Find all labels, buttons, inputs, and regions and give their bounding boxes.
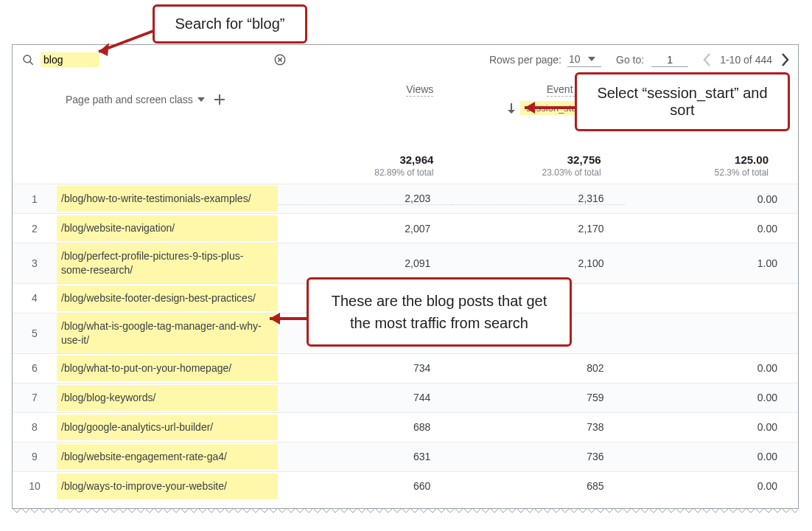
total-col3: 125.00 <box>735 153 769 166</box>
table-row[interactable]: 1 /blog/how-to-write-testimonials-exampl… <box>13 184 798 213</box>
table-row[interactable]: 10 /blog/ways-to-improve-your-website/ 6… <box>13 471 798 501</box>
caret-down-icon <box>588 57 595 61</box>
page-range-label: 1-10 of 444 <box>720 54 772 66</box>
goto-page: Go to: <box>616 53 688 67</box>
page-path: /blog/what-to-put-on-your-homepage/ <box>57 355 278 381</box>
add-dimension-icon[interactable] <box>214 94 225 105</box>
annotation-session-start: Select “session_start” and sort <box>575 72 790 131</box>
page-path: /blog/website-footer-design-best-practic… <box>57 285 278 311</box>
annotation-search: Search for “blog” <box>153 4 307 44</box>
arrow-to-search-icon <box>85 27 156 58</box>
svg-marker-1 <box>99 43 109 56</box>
svg-marker-5 <box>270 313 280 324</box>
rows-per-page-label: Rows per page: <box>489 54 561 66</box>
goto-label: Go to: <box>616 54 644 66</box>
table-row[interactable]: 2 /blog/website-navigation/ 2,007 2,170 … <box>13 213 798 243</box>
total-event-count-pct: 23.03% of total <box>542 167 601 178</box>
goto-input[interactable] <box>651 53 688 67</box>
table-row[interactable]: 7 /blog/blog-keywords/ 744 759 0.00 <box>13 383 798 412</box>
svg-point-6 <box>24 55 31 63</box>
svg-line-7 <box>30 62 33 65</box>
table-row[interactable]: 9 /blog/website-engagement-rate-ga4/ 631… <box>13 442 798 471</box>
page-path: /blog/google-analytics-url-builder/ <box>57 414 278 440</box>
total-event-count: 32,756 <box>567 153 601 166</box>
svg-marker-12 <box>197 97 205 102</box>
metric-col-views: Views <box>287 83 454 115</box>
total-views-pct: 82.89% of total <box>374 167 433 178</box>
dimension-select[interactable]: Page path and screen class <box>66 94 205 105</box>
search-icon[interactable] <box>21 53 35 66</box>
rows-per-page-select[interactable]: 10 <box>567 53 601 67</box>
arrow-to-paths-icon <box>259 310 309 327</box>
arrow-to-event-pill-icon <box>513 97 578 118</box>
total-views: 32,964 <box>399 153 433 166</box>
page-path: /blog/what-is-google-tag-manager-and-why… <box>57 313 278 353</box>
pager: 1-10 of 444 <box>703 53 789 66</box>
prev-page-icon[interactable] <box>703 53 711 66</box>
rows-per-page: Rows per page: 10 <box>489 53 601 67</box>
page-path: /blog/how-to-write-testimonials-examples… <box>57 186 278 212</box>
page-path: /blog/website-engagement-rate-ga4/ <box>57 444 278 470</box>
metric-header-views[interactable]: Views <box>406 83 433 97</box>
clear-search-icon[interactable] <box>273 53 287 66</box>
annotation-blog-posts: These are the blog posts that get the mo… <box>307 277 572 347</box>
svg-marker-3 <box>525 102 535 114</box>
page-path: /blog/ways-to-improve-your-website/ <box>57 473 278 499</box>
svg-marker-11 <box>588 57 595 61</box>
page-path: /blog/website-navigation/ <box>57 215 278 241</box>
next-page-icon[interactable] <box>781 53 789 66</box>
table-row[interactable]: 6 /blog/what-to-put-on-your-homepage/ 73… <box>13 353 798 383</box>
table-row[interactable]: 8 /blog/google-analytics-url-builder/ 68… <box>13 412 798 442</box>
page-path: /blog/blog-keywords/ <box>57 385 278 411</box>
pagination-controls: Rows per page: 10 Go to: 1-10 of 444 <box>489 53 789 67</box>
dimension-header: Page path and screen class <box>21 83 287 115</box>
page-path: /blog/perfect-profile-pictures-9-tips-pl… <box>57 243 278 283</box>
total-col3-pct: 52.3% of total <box>715 167 769 178</box>
torn-edge <box>13 507 798 515</box>
